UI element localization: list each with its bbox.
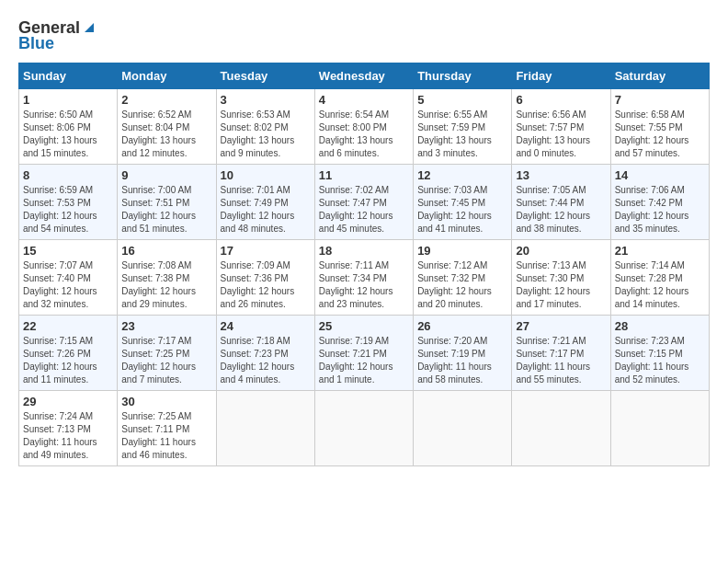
day-daylight: Daylight: 13 hours and 3 minutes. (417, 135, 492, 158)
day-number: 5 (417, 93, 507, 107)
day-sunset: Sunset: 7:25 PM (121, 349, 189, 359)
calendar-cell: 19 Sunrise: 7:12 AM Sunset: 7:32 PM Dayl… (414, 240, 512, 316)
day-sunrise: Sunrise: 7:25 AM (121, 411, 191, 421)
calendar-cell: 30 Sunrise: 7:25 AM Sunset: 7:11 PM Dayl… (118, 391, 216, 466)
day-number: 24 (221, 319, 311, 333)
day-daylight: Daylight: 12 hours and 51 minutes. (121, 211, 196, 234)
day-number: 16 (121, 244, 211, 258)
day-daylight: Daylight: 12 hours and 32 minutes. (23, 286, 97, 309)
day-daylight: Daylight: 13 hours and 6 minutes. (319, 135, 393, 158)
day-number: 12 (417, 168, 507, 182)
day-number: 14 (615, 168, 705, 182)
day-sunrise: Sunrise: 6:54 AM (319, 109, 389, 120)
calendar-cell: 5 Sunrise: 6:55 AM Sunset: 7:59 PM Dayli… (414, 89, 512, 165)
day-sunrise: Sunrise: 7:02 AM (319, 185, 389, 195)
day-number: 7 (615, 93, 705, 107)
day-sunrise: Sunrise: 6:59 AM (23, 185, 93, 195)
day-number: 21 (615, 244, 705, 258)
calendar-header-wednesday: Wednesday (314, 63, 413, 89)
calendar-header-saturday: Saturday (610, 63, 709, 89)
day-sunrise: Sunrise: 6:50 AM (23, 109, 93, 120)
calendar-cell: 1 Sunrise: 6:50 AM Sunset: 8:06 PM Dayli… (19, 89, 118, 165)
logo: General Blue (18, 18, 96, 53)
day-sunset: Sunset: 7:26 PM (23, 349, 91, 359)
calendar-cell: 15 Sunrise: 7:07 AM Sunset: 7:40 PM Dayl… (19, 240, 118, 316)
day-sunrise: Sunrise: 7:05 AM (516, 185, 586, 195)
day-sunset: Sunset: 7:51 PM (121, 198, 189, 208)
calendar-cell: 9 Sunrise: 7:00 AM Sunset: 7:51 PM Dayli… (118, 165, 216, 240)
logo-blue-text: Blue (18, 34, 54, 53)
calendar-cell: 14 Sunrise: 7:06 AM Sunset: 7:42 PM Dayl… (610, 165, 709, 240)
calendar-header-row: SundayMondayTuesdayWednesdayThursdayFrid… (19, 63, 710, 89)
day-sunrise: Sunrise: 7:13 AM (516, 260, 586, 270)
calendar-cell: 6 Sunrise: 6:56 AM Sunset: 7:57 PM Dayli… (512, 89, 610, 165)
calendar-cell (512, 391, 610, 466)
calendar-cell: 2 Sunrise: 6:52 AM Sunset: 8:04 PM Dayli… (118, 89, 216, 165)
day-sunset: Sunset: 7:42 PM (615, 198, 683, 208)
calendar-cell: 8 Sunrise: 6:59 AM Sunset: 7:53 PM Dayli… (19, 165, 118, 240)
day-sunset: Sunset: 7:32 PM (417, 273, 485, 283)
day-sunset: Sunset: 7:47 PM (319, 198, 387, 208)
day-sunrise: Sunrise: 7:00 AM (121, 185, 191, 195)
calendar-header-thursday: Thursday (414, 63, 512, 89)
day-number: 3 (221, 93, 311, 107)
day-sunrise: Sunrise: 7:17 AM (121, 336, 191, 346)
calendar-cell: 26 Sunrise: 7:20 AM Sunset: 7:19 PM Dayl… (414, 316, 512, 391)
day-daylight: Daylight: 12 hours and 14 minutes. (615, 286, 689, 309)
day-daylight: Daylight: 12 hours and 20 minutes. (417, 286, 492, 309)
calendar-week-5: 29 Sunrise: 7:24 AM Sunset: 7:13 PM Dayl… (19, 391, 710, 466)
day-sunrise: Sunrise: 7:23 AM (615, 336, 685, 346)
header: General Blue (18, 18, 710, 53)
day-sunset: Sunset: 7:53 PM (23, 198, 91, 208)
calendar-cell: 3 Sunrise: 6:53 AM Sunset: 8:02 PM Dayli… (216, 89, 314, 165)
day-daylight: Daylight: 13 hours and 12 minutes. (121, 135, 196, 158)
calendar-cell: 13 Sunrise: 7:05 AM Sunset: 7:44 PM Dayl… (512, 165, 610, 240)
day-daylight: Daylight: 13 hours and 0 minutes. (516, 135, 590, 158)
calendar-header-sunday: Sunday (19, 63, 118, 89)
day-sunset: Sunset: 8:00 PM (319, 122, 387, 132)
day-number: 11 (319, 168, 409, 182)
day-sunset: Sunset: 7:57 PM (516, 122, 584, 132)
day-sunrise: Sunrise: 6:58 AM (615, 109, 685, 120)
calendar-cell: 21 Sunrise: 7:14 AM Sunset: 7:28 PM Dayl… (610, 240, 709, 316)
day-number: 20 (516, 244, 606, 258)
day-daylight: Daylight: 11 hours and 49 minutes. (23, 437, 97, 460)
calendar-cell: 22 Sunrise: 7:15 AM Sunset: 7:26 PM Dayl… (19, 316, 118, 391)
calendar-cell: 25 Sunrise: 7:19 AM Sunset: 7:21 PM Dayl… (314, 316, 413, 391)
day-sunrise: Sunrise: 7:20 AM (417, 336, 487, 346)
day-number: 26 (417, 319, 507, 333)
calendar-cell: 27 Sunrise: 7:21 AM Sunset: 7:17 PM Dayl… (512, 316, 610, 391)
day-sunset: Sunset: 7:36 PM (221, 273, 289, 283)
calendar-cell: 7 Sunrise: 6:58 AM Sunset: 7:55 PM Dayli… (610, 89, 709, 165)
calendar: SundayMondayTuesdayWednesdayThursdayFrid… (18, 63, 710, 466)
day-number: 30 (121, 395, 211, 408)
day-sunrise: Sunrise: 7:24 AM (23, 411, 93, 421)
day-sunset: Sunset: 8:06 PM (23, 122, 91, 132)
day-daylight: Daylight: 12 hours and 23 minutes. (319, 286, 393, 309)
logo-triangle (83, 21, 96, 38)
calendar-cell: 18 Sunrise: 7:11 AM Sunset: 7:34 PM Dayl… (314, 240, 413, 316)
day-sunrise: Sunrise: 7:07 AM (23, 260, 93, 270)
day-number: 15 (23, 244, 113, 258)
svg-marker-0 (85, 23, 94, 32)
day-sunrise: Sunrise: 7:15 AM (23, 336, 93, 346)
day-sunrise: Sunrise: 7:19 AM (319, 336, 389, 346)
day-number: 28 (615, 319, 705, 333)
day-daylight: Daylight: 12 hours and 7 minutes. (121, 362, 196, 385)
day-sunrise: Sunrise: 7:06 AM (615, 185, 685, 195)
day-sunset: Sunset: 7:49 PM (221, 198, 289, 208)
day-number: 18 (319, 244, 409, 258)
day-daylight: Daylight: 13 hours and 15 minutes. (23, 135, 97, 158)
day-number: 23 (121, 319, 211, 333)
day-sunset: Sunset: 8:02 PM (221, 122, 289, 132)
calendar-cell (314, 391, 413, 466)
day-sunrise: Sunrise: 7:11 AM (319, 260, 389, 270)
calendar-cell: 23 Sunrise: 7:17 AM Sunset: 7:25 PM Dayl… (118, 316, 216, 391)
day-sunrise: Sunrise: 7:14 AM (615, 260, 685, 270)
calendar-cell: 24 Sunrise: 7:18 AM Sunset: 7:23 PM Dayl… (216, 316, 314, 391)
day-daylight: Daylight: 12 hours and 26 minutes. (221, 286, 295, 309)
day-daylight: Daylight: 12 hours and 1 minute. (319, 362, 393, 385)
day-sunrise: Sunrise: 7:09 AM (221, 260, 290, 270)
day-sunset: Sunset: 7:21 PM (319, 349, 387, 359)
day-daylight: Daylight: 11 hours and 46 minutes. (121, 437, 196, 460)
